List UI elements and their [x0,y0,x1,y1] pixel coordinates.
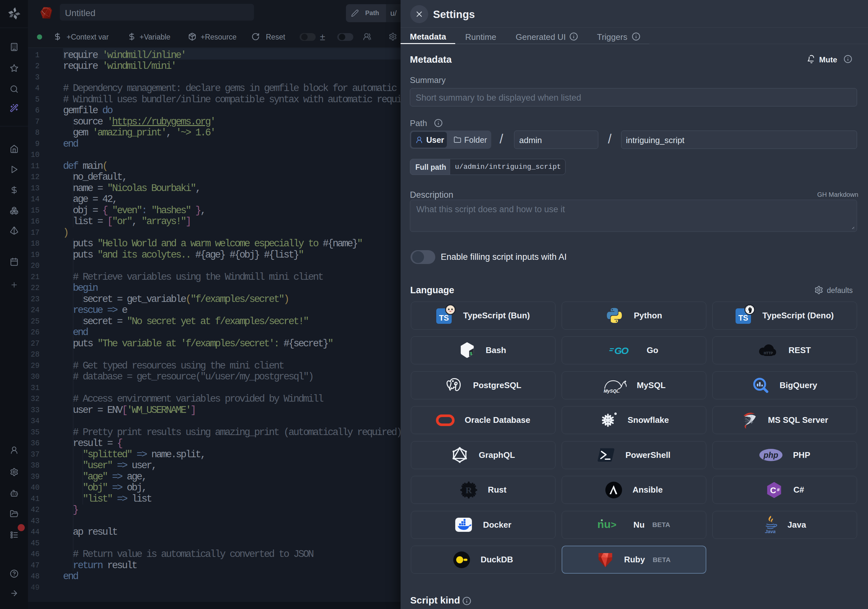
svg-text:>: > [611,519,617,530]
svg-text:C: C [770,485,776,495]
svg-text:#: # [777,487,780,492]
svg-text:MySQL.: MySQL. [603,389,620,394]
svg-text:R: R [465,485,472,495]
svg-text:GO: GO [614,346,628,356]
svg-text:php: php [763,451,778,459]
svg-text:Java: Java [765,528,775,534]
svg-text:HTTP: HTTP [764,351,773,355]
svg-text:$: $ [470,352,472,356]
svg-text:nu: nu [597,518,611,530]
